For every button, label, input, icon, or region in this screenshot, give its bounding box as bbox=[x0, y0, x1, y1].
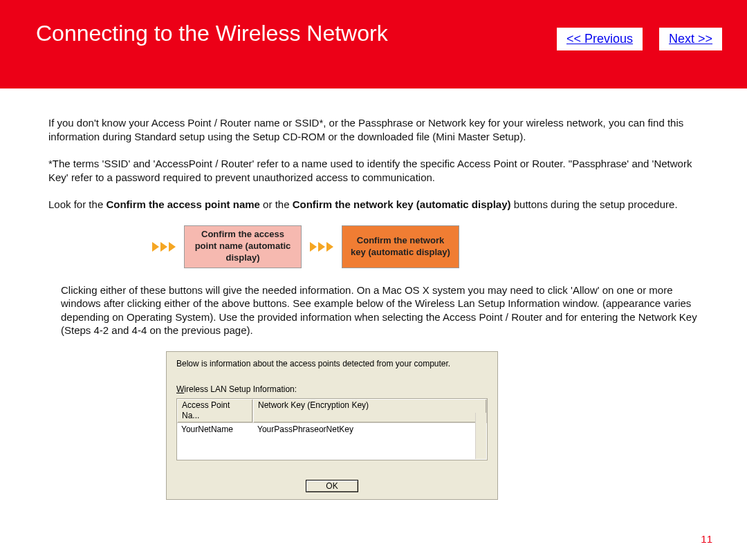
col-header-network-key[interactable]: Network Key (Encryption Key) bbox=[253, 399, 487, 422]
access-points-listbox[interactable]: Access Point Na... Network Key (Encrypti… bbox=[176, 398, 488, 460]
page-title: Connecting to the Wireless Network bbox=[36, 21, 388, 46]
arrow-icon bbox=[310, 242, 333, 252]
list-item[interactable]: YourNetName YourPassPhraseorNetKey bbox=[177, 423, 487, 436]
dialog-message: Below is information about the access po… bbox=[176, 359, 488, 370]
cell-network-key: YourPassPhraseorNetKey bbox=[257, 424, 483, 436]
footnote-paragraph: *The terms 'SSID' and 'AccessPoint / Rou… bbox=[48, 157, 699, 184]
listbox-header: Access Point Na... Network Key (Encrypti… bbox=[177, 399, 487, 423]
page-number: 11 bbox=[701, 533, 712, 545]
cell-access-point: YourNetName bbox=[181, 424, 257, 436]
previous-button[interactable]: << Previous bbox=[557, 28, 643, 50]
confirm-buttons-row: Confirm the access point name (automatic… bbox=[48, 225, 699, 268]
lookfor-paragraph: Look for the Confirm the access point na… bbox=[48, 198, 699, 212]
explain-paragraph: Clicking either of these buttons will gi… bbox=[48, 283, 699, 337]
confirm-network-key-button[interactable]: Confirm the network key (automatic displ… bbox=[342, 225, 459, 268]
confirm-access-point-button[interactable]: Confirm the access point name (automatic… bbox=[184, 225, 302, 268]
next-button[interactable]: Next >> bbox=[659, 28, 722, 50]
arrow-icon bbox=[152, 242, 176, 252]
wireless-setup-dialog: Below is information about the access po… bbox=[166, 351, 498, 500]
col-header-access-point[interactable]: Access Point Na... bbox=[177, 399, 253, 422]
scrollbar[interactable] bbox=[475, 413, 486, 459]
intro-paragraph: If you don't know your Access Point / Ro… bbox=[48, 116, 699, 143]
dialog-list-label: Wireless LAN Setup Information: bbox=[176, 384, 488, 395]
ok-button[interactable]: OK bbox=[306, 480, 358, 492]
